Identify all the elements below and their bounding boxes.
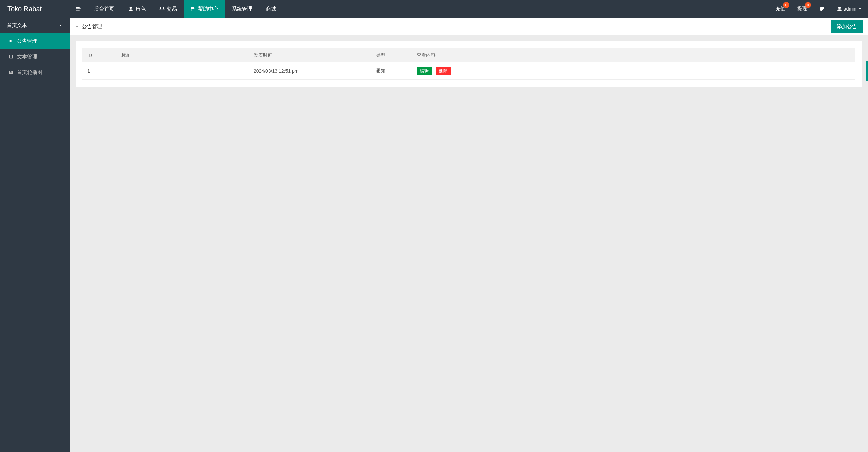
- th-id: ID: [82, 48, 116, 62]
- sidebar: 首页文本 公告管理 文本管理 首页轮播图: [0, 18, 70, 452]
- top-nav: 后台首页 角色 交易 帮助中心 系统管理 商城: [87, 0, 283, 18]
- nav-item-mall[interactable]: 商城: [259, 0, 283, 18]
- sidebar-item-announcement[interactable]: 公告管理: [0, 33, 70, 49]
- refresh-icon: [819, 6, 825, 12]
- delete-button[interactable]: 删除: [436, 67, 451, 75]
- sidebar-item-carousel[interactable]: 首页轮播图: [0, 64, 70, 80]
- withdraw-link[interactable]: 提现 0: [791, 0, 813, 18]
- brand-text: Toko Rabat: [7, 5, 42, 13]
- nav-label: 角色: [135, 6, 146, 12]
- brand-logo: Toko Rabat: [0, 0, 70, 18]
- cell-type: 通知: [371, 62, 412, 80]
- nav-item-transaction[interactable]: 交易: [152, 0, 184, 18]
- svg-point-0: [130, 7, 131, 9]
- top-right-menu: 充值 0 提现 0 admin: [770, 0, 868, 18]
- announcement-table: ID 标题 发表时间 类型 查看内容 1 2024/03/13: [82, 48, 855, 80]
- edit-button[interactable]: 编辑: [417, 67, 432, 75]
- menu-toggle-icon: [75, 6, 81, 12]
- breadcrumb-title: 公告管理: [82, 23, 102, 30]
- nav-label: 系统管理: [232, 6, 252, 12]
- sidebar-item-label: 文本管理: [17, 54, 37, 60]
- user-icon: [128, 6, 133, 12]
- cell-actions: 编辑 删除: [412, 62, 855, 80]
- recharge-badge: 0: [783, 2, 789, 8]
- sidebar-item-label: 公告管理: [17, 38, 37, 44]
- scale-icon: [159, 6, 165, 12]
- recharge-link[interactable]: 充值 0: [770, 0, 791, 18]
- th-type: 类型: [371, 48, 412, 62]
- spacer: [283, 0, 770, 18]
- nav-label: 后台首页: [94, 6, 114, 12]
- topbar: Toko Rabat 后台首页 角色 交易 帮助中心 系统管理: [0, 0, 868, 18]
- user-menu[interactable]: admin: [831, 0, 868, 18]
- table-row: 1 2024/03/13 12:51 pm. 通知 编辑 删除: [82, 62, 855, 80]
- withdraw-badge: 0: [805, 2, 811, 8]
- cell-id: 1: [82, 62, 116, 80]
- svg-point-1: [838, 7, 840, 9]
- add-announcement-button[interactable]: 添加公告: [831, 20, 863, 33]
- th-time: 发表时间: [249, 48, 371, 62]
- username: admin: [844, 6, 856, 12]
- nav-label: 商城: [266, 6, 276, 12]
- nav-item-help-center[interactable]: 帮助中心: [184, 0, 225, 18]
- nav-label: 交易: [167, 6, 177, 12]
- chevron-down-icon: [58, 23, 63, 28]
- book-icon: [8, 54, 14, 59]
- announce-icon: [8, 38, 14, 44]
- cell-time: 2024/03/13 12:51 pm.: [249, 62, 371, 80]
- cell-title: [116, 62, 249, 80]
- table-card: ID 标题 发表时间 类型 查看内容 1 2024/03/13: [76, 41, 862, 87]
- th-actions: 查看内容: [412, 48, 855, 62]
- content-area: 公告管理 添加公告 ID 标题 发表时间 类型 查看内容: [70, 18, 868, 452]
- flag-icon: [190, 6, 196, 12]
- table-header-row: ID 标题 发表时间 类型 查看内容: [82, 48, 855, 62]
- sidebar-group-label: 首页文本: [7, 22, 27, 29]
- chevron-double-right-icon: [74, 24, 79, 29]
- th-title: 标题: [116, 48, 249, 62]
- sidebar-group-header[interactable]: 首页文本: [0, 18, 70, 33]
- image-icon: [8, 70, 14, 75]
- breadcrumb-bar: 公告管理 添加公告: [70, 18, 868, 35]
- sidebar-item-label: 首页轮播图: [17, 69, 42, 76]
- refresh-button[interactable]: [813, 0, 831, 18]
- menu-toggle-button[interactable]: [70, 0, 87, 18]
- nav-item-dashboard[interactable]: 后台首页: [87, 0, 121, 18]
- chevron-down-icon: [858, 7, 862, 11]
- nav-label: 帮助中心: [198, 6, 218, 12]
- workspace: ID 标题 发表时间 类型 查看内容 1 2024/03/13: [70, 35, 868, 452]
- sidebar-item-text[interactable]: 文本管理: [0, 49, 70, 64]
- scrollbar-thumb[interactable]: [866, 61, 868, 81]
- user-icon: [837, 6, 842, 12]
- nav-item-system[interactable]: 系统管理: [225, 0, 259, 18]
- nav-item-role[interactable]: 角色: [121, 0, 152, 18]
